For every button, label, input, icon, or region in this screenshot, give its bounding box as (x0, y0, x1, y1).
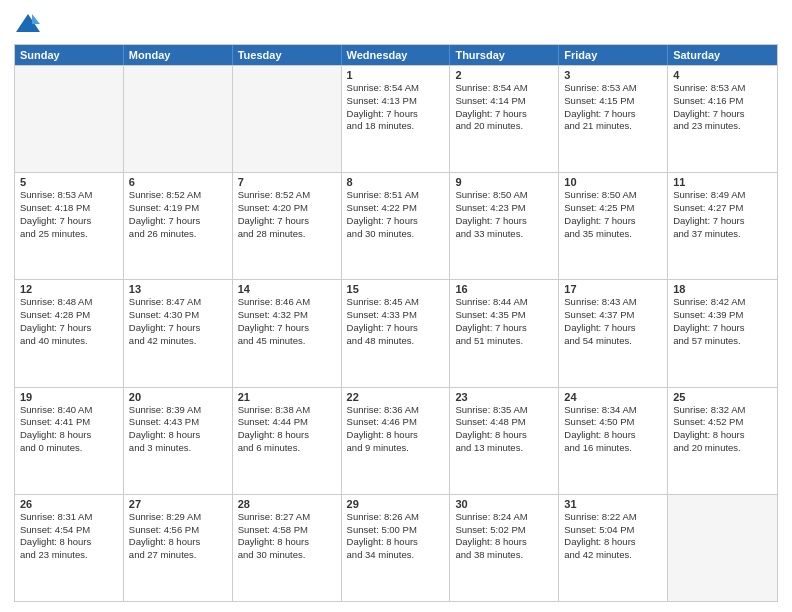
day-number: 3 (564, 69, 662, 81)
cell-info-line: Sunrise: 8:27 AM (238, 511, 336, 524)
cell-info-line: Daylight: 7 hours (20, 322, 118, 335)
cell-info-line: Sunrise: 8:24 AM (455, 511, 553, 524)
day-number: 25 (673, 391, 772, 403)
empty-cell-0-0 (15, 66, 124, 172)
cell-info-line: Sunset: 4:37 PM (564, 309, 662, 322)
cell-info-line: Sunrise: 8:26 AM (347, 511, 445, 524)
day-cell-10: 10Sunrise: 8:50 AMSunset: 4:25 PMDayligh… (559, 173, 668, 279)
cell-info-line: Daylight: 7 hours (564, 108, 662, 121)
cell-info-line: Sunset: 4:39 PM (673, 309, 772, 322)
cell-info-line: Sunset: 4:33 PM (347, 309, 445, 322)
page: SundayMondayTuesdayWednesdayThursdayFrid… (0, 0, 792, 612)
cell-info-line: Sunset: 5:00 PM (347, 524, 445, 537)
cell-info-line: Sunrise: 8:51 AM (347, 189, 445, 202)
cell-info-line: Daylight: 7 hours (564, 322, 662, 335)
day-cell-11: 11Sunrise: 8:49 AMSunset: 4:27 PMDayligh… (668, 173, 777, 279)
cell-info-line: and 57 minutes. (673, 335, 772, 348)
header-day-saturday: Saturday (668, 45, 777, 65)
cell-info-line: Daylight: 8 hours (238, 536, 336, 549)
day-cell-21: 21Sunrise: 8:38 AMSunset: 4:44 PMDayligh… (233, 388, 342, 494)
cell-info-line: Daylight: 7 hours (673, 108, 772, 121)
cell-info-line: Daylight: 7 hours (347, 322, 445, 335)
cell-info-line: Sunset: 4:32 PM (238, 309, 336, 322)
cell-info-line: Daylight: 7 hours (673, 322, 772, 335)
cell-info-line: Daylight: 7 hours (238, 215, 336, 228)
cell-info-line: Daylight: 8 hours (455, 429, 553, 442)
day-cell-12: 12Sunrise: 8:48 AMSunset: 4:28 PMDayligh… (15, 280, 124, 386)
cell-info-line: and 23 minutes. (673, 120, 772, 133)
cell-info-line: Sunrise: 8:50 AM (455, 189, 553, 202)
cell-info-line: Sunset: 5:04 PM (564, 524, 662, 537)
cell-info-line: and 48 minutes. (347, 335, 445, 348)
cell-info-line: and 0 minutes. (20, 442, 118, 455)
cell-info-line: Sunset: 4:41 PM (20, 416, 118, 429)
day-cell-5: 5Sunrise: 8:53 AMSunset: 4:18 PMDaylight… (15, 173, 124, 279)
day-cell-25: 25Sunrise: 8:32 AMSunset: 4:52 PMDayligh… (668, 388, 777, 494)
cell-info-line: Daylight: 8 hours (564, 536, 662, 549)
cell-info-line: and 27 minutes. (129, 549, 227, 562)
cell-info-line: and 16 minutes. (564, 442, 662, 455)
cell-info-line: and 35 minutes. (564, 228, 662, 241)
cell-info-line: Daylight: 8 hours (564, 429, 662, 442)
cell-info-line: and 42 minutes. (129, 335, 227, 348)
cell-info-line: Sunset: 4:52 PM (673, 416, 772, 429)
cell-info-line: Sunrise: 8:44 AM (455, 296, 553, 309)
day-cell-4: 4Sunrise: 8:53 AMSunset: 4:16 PMDaylight… (668, 66, 777, 172)
day-number: 30 (455, 498, 553, 510)
cell-info-line: Sunrise: 8:31 AM (20, 511, 118, 524)
day-number: 7 (238, 176, 336, 188)
calendar-body: 1Sunrise: 8:54 AMSunset: 4:13 PMDaylight… (15, 65, 777, 601)
cell-info-line: Sunrise: 8:38 AM (238, 404, 336, 417)
day-cell-19: 19Sunrise: 8:40 AMSunset: 4:41 PMDayligh… (15, 388, 124, 494)
cell-info-line: Sunrise: 8:49 AM (673, 189, 772, 202)
cell-info-line: Sunrise: 8:52 AM (238, 189, 336, 202)
day-number: 2 (455, 69, 553, 81)
cell-info-line: Sunrise: 8:39 AM (129, 404, 227, 417)
day-number: 16 (455, 283, 553, 295)
day-cell-17: 17Sunrise: 8:43 AMSunset: 4:37 PMDayligh… (559, 280, 668, 386)
cell-info-line: Daylight: 7 hours (455, 215, 553, 228)
cell-info-line: Sunset: 4:22 PM (347, 202, 445, 215)
day-cell-1: 1Sunrise: 8:54 AMSunset: 4:13 PMDaylight… (342, 66, 451, 172)
cell-info-line: Sunrise: 8:54 AM (455, 82, 553, 95)
cell-info-line: Daylight: 8 hours (238, 429, 336, 442)
cell-info-line: and 20 minutes. (455, 120, 553, 133)
day-number: 8 (347, 176, 445, 188)
cell-info-line: Sunset: 4:50 PM (564, 416, 662, 429)
cell-info-line: Daylight: 7 hours (347, 215, 445, 228)
cell-info-line: Daylight: 8 hours (20, 536, 118, 549)
day-number: 15 (347, 283, 445, 295)
cell-info-line: and 21 minutes. (564, 120, 662, 133)
day-cell-29: 29Sunrise: 8:26 AMSunset: 5:00 PMDayligh… (342, 495, 451, 601)
day-cell-16: 16Sunrise: 8:44 AMSunset: 4:35 PMDayligh… (450, 280, 559, 386)
cell-info-line: Sunrise: 8:52 AM (129, 189, 227, 202)
cell-info-line: Sunrise: 8:48 AM (20, 296, 118, 309)
cell-info-line: Sunrise: 8:50 AM (564, 189, 662, 202)
cell-info-line: and 40 minutes. (20, 335, 118, 348)
cell-info-line: Sunrise: 8:53 AM (673, 82, 772, 95)
cell-info-line: Sunset: 4:43 PM (129, 416, 227, 429)
day-number: 26 (20, 498, 118, 510)
cell-info-line: Sunset: 4:44 PM (238, 416, 336, 429)
logo (14, 10, 46, 38)
cell-info-line: Sunset: 4:30 PM (129, 309, 227, 322)
cell-info-line: Sunrise: 8:36 AM (347, 404, 445, 417)
day-cell-13: 13Sunrise: 8:47 AMSunset: 4:30 PMDayligh… (124, 280, 233, 386)
cell-info-line: Daylight: 8 hours (347, 536, 445, 549)
cell-info-line: Sunrise: 8:43 AM (564, 296, 662, 309)
cell-info-line: Daylight: 7 hours (455, 322, 553, 335)
cell-info-line: Sunset: 5:02 PM (455, 524, 553, 537)
cell-info-line: Daylight: 8 hours (129, 429, 227, 442)
header-day-thursday: Thursday (450, 45, 559, 65)
cell-info-line: Sunrise: 8:53 AM (564, 82, 662, 95)
day-number: 4 (673, 69, 772, 81)
day-cell-15: 15Sunrise: 8:45 AMSunset: 4:33 PMDayligh… (342, 280, 451, 386)
day-number: 20 (129, 391, 227, 403)
cell-info-line: Sunset: 4:27 PM (673, 202, 772, 215)
cell-info-line: Daylight: 7 hours (455, 108, 553, 121)
cell-info-line: and 25 minutes. (20, 228, 118, 241)
cell-info-line: Sunset: 4:19 PM (129, 202, 227, 215)
cell-info-line: Sunrise: 8:47 AM (129, 296, 227, 309)
header (14, 10, 778, 38)
cell-info-line: Sunset: 4:35 PM (455, 309, 553, 322)
